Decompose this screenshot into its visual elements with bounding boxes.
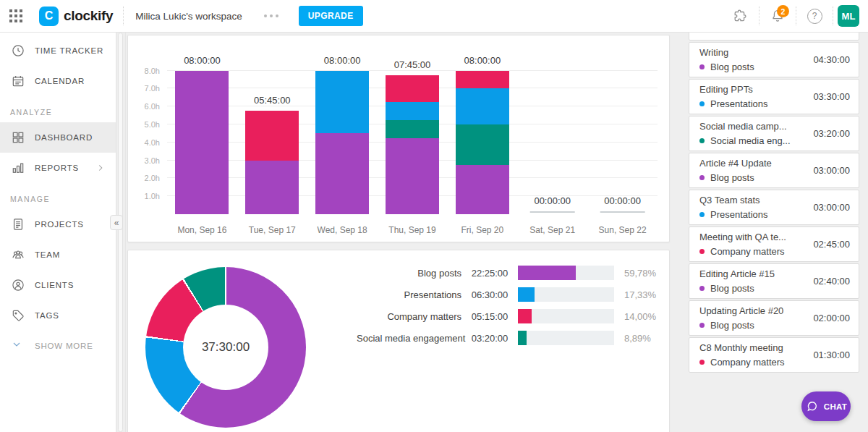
bar-chart-xaxis: Mon, Sep 16Tue, Sep 17Wed, Sep 18Thu, Se… [167,225,658,235]
entry-project: Blog posts [699,62,812,72]
bar-segment-company-matters [456,71,509,89]
integrations-puzzle-icon[interactable] [723,0,759,32]
sidebar-item-reports[interactable]: REPORTS [0,153,116,183]
user-avatar[interactable]: ML [838,5,859,27]
donut-total-time: 37:30:00 [183,305,268,390]
entry-title: Article #4 Update [699,158,812,169]
entry-duration: 04:30:00 [813,43,850,77]
entry-duration: 02:45:00 [813,227,850,261]
bar-total-label: 07:45:00 [378,59,448,70]
bar-column: 00:00:00 [517,72,587,214]
bar-segment-blog-posts [456,165,509,214]
sidebar-item-tags[interactable]: TAGS [0,300,116,331]
entry-duration: 03:00:00 [813,190,850,224]
bar-segment-company-matters [245,111,299,160]
sidebar-item-label: PROJECTS [35,220,84,229]
legend-time: 03:20:00 [467,333,512,344]
time-entry-row[interactable]: Q3 Team statsPresentations03:00:00 [689,190,859,225]
sidebar: TIME TRACKER CALENDAR ANALYZE DASHBOARD … [0,33,116,432]
sidebar-item-team[interactable]: TEAM [0,240,116,270]
entry-project: Blog posts [699,283,812,294]
sidebar-item-label: DASHBOARD [35,133,93,142]
workspace-menu-dots-icon[interactable] [252,14,290,17]
entry-project: Blog posts [699,320,812,331]
sidebar-collapse-button[interactable]: « [110,215,123,230]
time-entry-row[interactable]: Blog posts [689,33,859,41]
legend-bar-fill [518,266,576,280]
entry-title: Q3 Team stats [699,195,812,206]
time-entry-row[interactable]: Editing PPTsPresentations03:30:00 [689,79,859,114]
bar-segment-presentations [456,88,509,124]
clockify-wordmark: clockify [64,8,113,24]
sidebar-item-label: CALENDAR [35,77,85,85]
entry-title: Editing Article #15 [699,268,812,279]
entry-project: Social media eng... [699,135,812,146]
chat-button-label: CHAT [824,402,847,411]
apps-grid-icon[interactable] [0,9,32,22]
project-name: Blog posts [710,172,754,183]
project-color-dot [699,360,705,365]
entry-title: Editing PPTs [699,84,812,95]
y-tick-label: 8.0h [145,67,160,75]
workspace-name[interactable]: Milica Lukic's workspace [124,11,252,22]
x-axis-label: Mon, Sep 16 [167,225,237,235]
y-tick-label: 6.0h [145,102,160,111]
sidebar-item-projects[interactable]: PROJECTS [0,209,116,240]
entry-title: Meeting with QA te... [699,232,812,242]
dashboard-main: 1.0h2.0h3.0h4.0h5.0h6.0h7.0h8.0h 08:00:0… [126,33,868,432]
chevron-down-icon [11,339,25,353]
sidebar-show-more[interactable]: SHOW MORE [0,331,116,361]
sidebar-item-calendar[interactable]: CALENDAR [0,66,116,96]
entry-title: Updating Article #20 [699,305,812,316]
entry-project: Company matters [699,246,812,257]
time-entry-row[interactable]: Social media camp...Social media eng...0… [689,116,859,151]
time-entry-row[interactable]: Meeting with QA te...Company matters02:4… [689,226,859,262]
help-icon[interactable]: ? [796,0,833,32]
legend-bar-track [518,331,614,345]
sidebar-item-label: TIME TRACKER [35,46,103,55]
upgrade-button[interactable]: UPGRADE [299,6,363,26]
dashboard-icon [11,130,25,145]
bar-total-label: 08:00:00 [447,55,517,66]
entry-duration: 03:00:00 [813,153,850,187]
entry-duration: 03:30:00 [813,80,850,114]
sidebar-item-time-tracker[interactable]: TIME TRACKER [0,35,116,66]
bar-segment-social-media-engagement [456,124,509,165]
legend-label: Company matters [357,311,461,322]
clockify-logo[interactable]: C clockify [32,7,123,26]
y-tick-label: 7.0h [145,84,160,93]
legend-percent: 8,89% [620,333,663,344]
notifications-bell-icon[interactable]: 2 [760,0,796,32]
project-color-dot [699,175,705,180]
bar-segment-presentations [315,71,369,134]
sidebar-item-clients[interactable]: CLIENTS [0,270,116,300]
entry-project: Presentations [699,209,812,220]
tag-icon [11,308,25,323]
document-icon [11,217,25,232]
x-axis-label: Sat, Sep 21 [517,225,587,235]
sidebar-item-dashboard[interactable]: DASHBOARD [0,122,116,153]
legend-row: Company matters05:15:0014,00% [357,305,662,327]
legend-time: 22:25:00 [467,268,512,279]
project-color-dot [699,101,705,106]
vertical-scrollbar[interactable] [116,33,126,432]
breakdown-donut-card: 37:30:00 Blog posts22:25:0059,78%Present… [127,250,670,432]
entry-duration: 02:40:00 [813,264,850,298]
time-entry-row[interactable]: Updating Article #20Blog posts02:00:00 [689,300,859,336]
legend-row: Social media engagement03:20:008,89% [357,327,662,349]
y-tick-label: 5.0h [145,120,160,129]
time-entry-row[interactable]: Editing Article #15Blog posts02:40:00 [689,263,859,299]
time-entry-row[interactable]: C8 Monthly meetingCompany matters01:30:0… [689,337,859,373]
sidebar-item-label: CLIENTS [35,281,74,289]
time-entry-row[interactable]: WritingBlog posts04:30:00 [689,42,859,77]
bar-column: 08:00:00 [447,72,517,214]
topbar-divider [833,7,833,25]
time-entry-row[interactable]: Article #4 UpdateBlog posts03:00:00 [689,153,859,188]
legend-bar-track [518,287,614,302]
legend-bar-fill [518,287,535,302]
chat-button[interactable]: CHAT [801,391,851,421]
sidebar-item-label: TAGS [35,311,59,320]
project-name: Social media eng... [710,135,791,146]
project-color-dot [699,249,705,254]
topbar-right: 2 ? ML [723,0,868,32]
